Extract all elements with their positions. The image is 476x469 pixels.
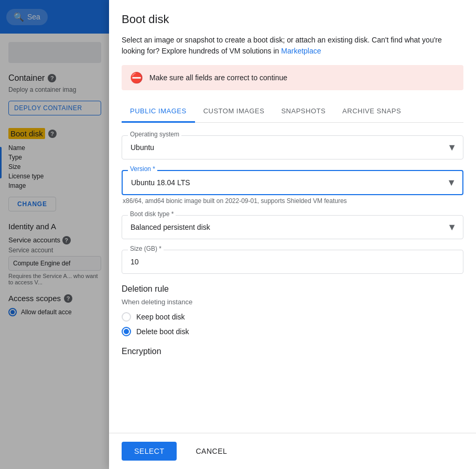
delete-boot-disk-radio: [122, 327, 131, 336]
version-field-label: Version *: [128, 165, 157, 173]
boot-disk-type-select-wrapper: Balanced persistent disk ▼: [122, 215, 463, 239]
os-select-wrapper: Ubuntu ▼: [122, 135, 463, 159]
cancel-button[interactable]: CANCEL: [183, 442, 240, 461]
version-select-wrapper: Ubuntu 18.04 LTS ▼: [122, 170, 463, 195]
tab-public-images[interactable]: PUBLIC IMAGES: [122, 101, 195, 123]
os-field: Operating system Ubuntu ▼: [122, 135, 463, 159]
tabs-container: PUBLIC IMAGES CUSTOM IMAGES SNAPSHOTS AR…: [122, 101, 463, 123]
size-field-label: Size (GB) *: [128, 245, 164, 252]
dialog-header: Boot disk Select an image or snapshot to…: [109, 0, 476, 123]
size-field: Size (GB) *: [122, 250, 463, 274]
marketplace-link[interactable]: Marketplace: [281, 47, 321, 55]
boot-disk-dialog: Boot disk Select an image or snapshot to…: [109, 0, 476, 469]
select-button[interactable]: SELECT: [122, 442, 177, 461]
encryption-title: Encryption: [122, 347, 463, 356]
boot-disk-type-field: Boot disk type * Balanced persistent dis…: [122, 215, 463, 239]
keep-boot-disk-radio: [122, 312, 131, 322]
version-field: Version * Ubuntu 18.04 LTS ▼ x86/64, amd…: [122, 170, 463, 205]
dialog-footer: SELECT CANCEL: [109, 433, 476, 469]
size-input-wrapper: [122, 250, 463, 274]
size-input[interactable]: [122, 250, 463, 273]
deletion-rule-subtitle: When deleting instance: [122, 298, 463, 306]
tab-custom-images[interactable]: CUSTOM IMAGES: [195, 101, 273, 123]
tab-snapshots[interactable]: SNAPSHOTS: [273, 101, 334, 123]
os-field-label: Operating system: [128, 131, 181, 138]
version-select[interactable]: Ubuntu 18.04 LTS: [123, 171, 462, 194]
delete-boot-disk-label: Delete boot disk: [136, 327, 189, 336]
dialog-description: Select an image or snapshot to create a …: [122, 35, 463, 57]
delete-boot-disk-radio-fill: [124, 329, 129, 334]
tab-archive-snapshots[interactable]: ARCHIVE SNAPS: [334, 101, 409, 123]
deletion-rule-radio-group: Keep boot disk Delete boot disk: [122, 312, 463, 336]
boot-disk-type-label: Boot disk type *: [128, 210, 176, 218]
keep-boot-disk-label: Keep boot disk: [136, 313, 185, 321]
dialog-title: Boot disk: [122, 13, 463, 26]
os-select[interactable]: Ubuntu: [122, 136, 463, 159]
version-hint: x86/64, amd64 bionic image built on 2022…: [122, 197, 463, 205]
error-banner: ⛔ Make sure all fields are correct to co…: [122, 65, 463, 90]
boot-disk-type-select[interactable]: Balanced persistent disk: [122, 216, 463, 239]
deletion-rule-section: Deletion rule When deleting instance Kee…: [122, 284, 463, 336]
encryption-section: Encryption: [122, 347, 463, 356]
delete-boot-disk-option[interactable]: Delete boot disk: [122, 327, 463, 336]
keep-boot-disk-option[interactable]: Keep boot disk: [122, 312, 463, 322]
deletion-rule-title: Deletion rule: [122, 284, 463, 294]
error-icon: ⛔: [130, 71, 143, 84]
error-text: Make sure all fields are correct to cont…: [149, 73, 287, 82]
dialog-body: Operating system Ubuntu ▼ Version * Ubun…: [109, 123, 476, 433]
